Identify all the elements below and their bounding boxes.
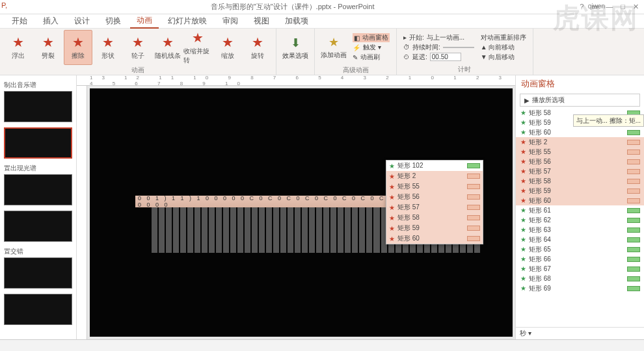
- brush-icon: ✎: [353, 54, 358, 61]
- star-icon: ★: [520, 158, 526, 165]
- title-bar: P, 音乐与图形的"互动"设计（课件）.pptx - PowerPoint qi…: [0, 0, 644, 14]
- star-icon: ★: [520, 187, 526, 194]
- close-icon[interactable]: ✕: [633, 3, 639, 11]
- star-icon: ★: [389, 162, 395, 170]
- star-icon: ★: [42, 34, 54, 50]
- star-icon: ★: [162, 34, 174, 50]
- anim-item[interactable]: ★矩形 60: [516, 127, 644, 137]
- slide-thumb-5[interactable]: [4, 294, 72, 325]
- star-icon: ★: [520, 148, 526, 155]
- trigger-menu[interactable]: ⚡触发 ▾: [353, 43, 390, 52]
- effect-收缩并旋转[interactable]: ★收缩并旋转: [183, 30, 212, 65]
- menu-tab-6[interactable]: 审阅: [216, 14, 245, 28]
- ribbon: ★浮出★劈裂★擦除★形状★轮子★随机线条★收缩并旋转★缩放★旋转 动画 ⬇ 效果…: [0, 29, 644, 75]
- effect-旋转[interactable]: ★旋转: [243, 30, 272, 65]
- anim-item[interactable]: ★矩形 66: [516, 254, 644, 264]
- effect-劈裂[interactable]: ★劈裂: [34, 30, 62, 65]
- anim-item[interactable]: ★矩形 56: [516, 157, 644, 166]
- star-icon: ★: [12, 34, 24, 50]
- anim-item[interactable]: ★矩形 59: [516, 186, 644, 196]
- anim-item[interactable]: ★矩形 61: [516, 205, 644, 215]
- effect-轮子[interactable]: ★轮子: [124, 30, 152, 65]
- anim-item[interactable]: ★矩形 62: [516, 215, 644, 225]
- menu-tab-8[interactable]: 加载项: [278, 14, 315, 28]
- timing-duration[interactable]: ⏱ 持续时间:: [403, 43, 474, 52]
- star-icon: ★: [520, 285, 526, 292]
- slide-thumb-1[interactable]: [4, 127, 72, 159]
- star-icon: ★: [520, 236, 526, 243]
- menu-tab-4[interactable]: 动画: [130, 14, 159, 29]
- slide-editor: 13 12 11 10 9 8 7 6 5 4 3 2 1 0 1 2 3 4 …: [77, 75, 515, 339]
- slide-thumbnails-panel[interactable]: 制出音乐谱置出现光谱置交错: [0, 75, 77, 339]
- timing-delay[interactable]: ⏲ 延迟: 00.50: [403, 53, 474, 62]
- menu-tab-5[interactable]: 幻灯片放映: [161, 14, 213, 28]
- menu-tab-1[interactable]: 插入: [36, 14, 65, 28]
- slide-thumb-4[interactable]: 置交错: [4, 247, 72, 289]
- app-icon: P,: [1, 1, 7, 9]
- effect-随机线条[interactable]: ★随机线条: [154, 30, 182, 65]
- effect-浮出[interactable]: ★浮出: [4, 30, 33, 65]
- group-label-timing: 计时: [401, 64, 529, 75]
- popup-row: ★矩形 55: [386, 181, 483, 192]
- play-selected-button[interactable]: ▶ 播放所选项: [520, 94, 640, 107]
- popup-row: ★矩形 58: [386, 213, 483, 223]
- anim-item[interactable]: ★矩形 69: [516, 283, 644, 293]
- slide-thumb-0[interactable]: 制出音乐谱: [4, 81, 72, 122]
- timeline-scale[interactable]: 秒 ▾: [516, 327, 644, 339]
- help-icon[interactable]: ?: [580, 3, 584, 11]
- anim-item[interactable]: ★矩形 2: [516, 137, 644, 147]
- effect-options-button[interactable]: ⬇ 效果选项: [280, 31, 310, 66]
- effect-缩放[interactable]: ★缩放: [213, 30, 242, 65]
- menu-tab-7[interactable]: 视图: [247, 14, 276, 28]
- animation-item-tooltip: 与上一动... 擦除：矩...: [573, 114, 644, 127]
- star-icon: ★: [389, 183, 395, 190]
- move-earlier[interactable]: ▲ 向前移动: [481, 43, 526, 52]
- star-icon: ★: [389, 173, 395, 180]
- star-icon: ★: [72, 34, 84, 50]
- effect-擦除[interactable]: ★擦除: [64, 30, 92, 65]
- menu-tab-0[interactable]: 开始: [5, 14, 34, 28]
- account-name[interactable]: qiwen: [588, 3, 605, 10]
- status-bar: [0, 339, 644, 351]
- anim-item[interactable]: ★矩形 64: [516, 235, 644, 244]
- timing-start[interactable]: ▸ 开始: 与上一动画...: [403, 33, 474, 42]
- anim-item[interactable]: ★矩形 67: [516, 264, 644, 274]
- slide-thumb-2[interactable]: 置出现光谱: [4, 164, 72, 205]
- star-icon: ★: [132, 34, 144, 50]
- star-icon: ★: [520, 265, 526, 272]
- slide-thumb-3[interactable]: [4, 211, 72, 242]
- menu-tab-2[interactable]: 设计: [68, 14, 96, 28]
- animation-tooltip-popup: ★矩形 102★矩形 2★矩形 55★矩形 56★矩形 57★矩形 58★矩形 …: [386, 160, 483, 244]
- add-animation-button[interactable]: ★ 添加动画: [319, 30, 349, 65]
- anim-item[interactable]: ★矩形 58: [516, 176, 644, 186]
- bolt-icon: ⚡: [353, 44, 360, 51]
- anim-item[interactable]: ★矩形 68: [516, 274, 644, 283]
- arrow-down-icon: ⬇: [291, 36, 301, 50]
- animation-pane: 动画窗格 ▶ 播放所选项 ★矩形 58★矩形 59★矩形 60★矩形 2★矩形 …: [515, 75, 644, 339]
- star-icon: ★: [520, 246, 526, 253]
- effect-形状[interactable]: ★形状: [94, 30, 122, 65]
- move-later[interactable]: ▼ 向后移动: [481, 53, 526, 62]
- maximize-icon[interactable]: □: [621, 3, 625, 11]
- animation-painter[interactable]: ✎动画刷: [353, 53, 390, 62]
- reorder-label: 对动画重新排序: [481, 33, 526, 42]
- menu-bar: 开始插入设计切换动画幻灯片放映审阅视图加载项: [0, 14, 644, 29]
- star-icon: ★: [222, 34, 234, 50]
- popup-row: ★矩形 60: [386, 233, 483, 244]
- menu-tab-3[interactable]: 切换: [99, 14, 127, 28]
- animation-list[interactable]: ★矩形 58★矩形 59★矩形 60★矩形 2★矩形 55★矩形 56★矩形 5…: [516, 108, 644, 327]
- popup-row: ★矩形 2: [386, 171, 483, 181]
- anim-item[interactable]: ★矩形 65: [516, 244, 644, 254]
- animation-gallery[interactable]: ★浮出★劈裂★擦除★形状★轮子★随机线条★收缩并旋转★缩放★旋转: [4, 30, 272, 65]
- anim-item[interactable]: ★矩形 57: [516, 166, 644, 176]
- star-icon: ★: [389, 235, 395, 242]
- animation-pane-title: 动画窗格: [516, 75, 644, 92]
- anim-item[interactable]: ★矩形 55: [516, 147, 644, 157]
- minimize-icon[interactable]: —: [606, 3, 613, 11]
- animation-pane-toggle[interactable]: ◧动画窗格: [353, 33, 390, 42]
- anim-item[interactable]: ★矩形 60: [516, 196, 644, 205]
- window-title: 音乐与图形的"互动"设计（课件）.pptx - PowerPoint: [5, 2, 580, 12]
- slide-canvas[interactable]: 0 0 1 ) 1 1 ) 1 0 0 0 0 0 C 0 C 0 C 0 C …: [90, 88, 513, 337]
- anim-item[interactable]: ★矩形 63: [516, 225, 644, 235]
- star-icon: ★: [389, 225, 395, 232]
